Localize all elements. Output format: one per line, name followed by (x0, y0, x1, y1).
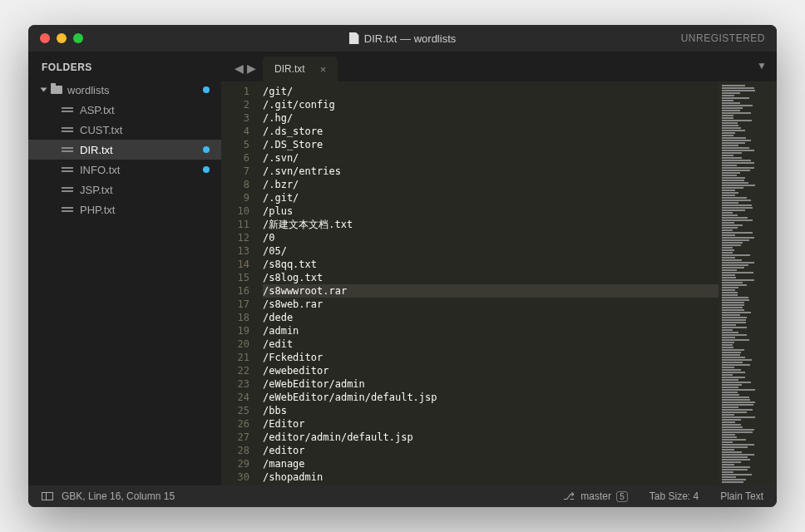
close-window-button[interactable] (40, 33, 50, 43)
code-line[interactable]: /edit (263, 337, 719, 351)
status-branch[interactable]: master 5 (563, 490, 628, 502)
minimap-line (722, 404, 753, 406)
code-line[interactable]: /eWebEditor/admin (263, 377, 719, 391)
minimap-line (722, 252, 733, 254)
sidebar-file-jsp-txt[interactable]: JSP.txt (28, 180, 221, 200)
code-line[interactable]: /.git/ (263, 191, 719, 204)
code-line[interactable]: /.git/config (263, 98, 719, 111)
minimap-line (722, 471, 733, 473)
minimize-window-button[interactable] (57, 33, 67, 43)
line-number: 3 (221, 111, 249, 125)
minimap-line (722, 374, 733, 376)
minimap-line (722, 292, 738, 293)
line-number: 26 (221, 417, 249, 431)
code-line[interactable]: /.svn/entries (263, 165, 719, 178)
minimap-line (722, 257, 735, 259)
code-line[interactable]: /0 (263, 231, 719, 244)
minimap-line (722, 347, 733, 348)
file-icon (62, 145, 73, 154)
minimap-line (722, 451, 742, 453)
status-encoding[interactable]: GBK, Line 16, Column 15 (62, 490, 175, 502)
sidebar-file-cust-txt[interactable]: CUST.txt (28, 120, 221, 140)
sidebar-file-info-txt[interactable]: INFO.txt (28, 160, 221, 180)
minimap-line (722, 312, 751, 313)
code-line[interactable]: /s8log.txt (263, 271, 719, 284)
code-area[interactable]: /git//.git/config/.hg//.ds_store/.DS_Sto… (263, 81, 719, 485)
sidebar-file-dir-txt[interactable]: DIR.txt (28, 140, 221, 160)
minimap-line (722, 434, 735, 436)
minimap-line (722, 382, 751, 383)
sidebar-file-asp-txt[interactable]: ASP.txt (28, 100, 221, 120)
minimap-line (722, 314, 740, 316)
tab-label: DIR.txt (274, 63, 305, 75)
code-line[interactable]: /eWebEditor/admin/default.jsp (263, 391, 719, 404)
status-syntax[interactable]: Plain Text (720, 490, 763, 502)
tab-next-icon[interactable]: ▶ (247, 62, 256, 75)
minimap-line (722, 160, 751, 161)
sidebar-file-php-txt[interactable]: PHP.txt (28, 200, 221, 219)
code-line[interactable]: /.hg/ (263, 111, 719, 125)
code-line[interactable]: /05/ (263, 244, 719, 258)
close-icon[interactable]: × (320, 63, 327, 76)
minimap[interactable] (719, 81, 777, 485)
code-line[interactable]: /Fckeditor (263, 351, 719, 364)
minimap-line (722, 364, 750, 366)
code-line[interactable]: /bbs (263, 404, 719, 417)
editor-area: ◀ ▶ DIR.txt × ▼ 123456789101112131415161… (221, 52, 777, 485)
code-line[interactable]: /dede (263, 311, 719, 324)
minimap-line (722, 461, 741, 463)
code-line[interactable]: /.svn/ (263, 151, 719, 165)
file-icon (62, 205, 73, 214)
file-label: DIR.txt (80, 144, 113, 156)
minimap-line (722, 377, 745, 378)
tab-dir-txt[interactable]: DIR.txt × (263, 57, 338, 81)
code-line[interactable]: /.ds_store (263, 125, 719, 138)
line-number: 18 (221, 311, 249, 324)
code-line[interactable]: /editor/admin/default.jsp (263, 431, 719, 444)
panel-icon[interactable] (42, 492, 53, 500)
code-line[interactable]: /admin (263, 324, 719, 337)
code-line[interactable]: /manage (263, 457, 719, 470)
line-number: 28 (221, 444, 249, 457)
status-right: master 5 Tab Size: 4 Plain Text (563, 490, 763, 502)
code-line[interactable]: /.bzr/ (263, 178, 719, 191)
status-tab-size[interactable]: Tab Size: 4 (649, 490, 699, 502)
sidebar-folder-wordlists[interactable]: wordlists (28, 80, 221, 100)
editor-content[interactable]: 1234567891011121314151617181920212223242… (221, 81, 777, 485)
minimap-line (722, 319, 746, 321)
minimap-line (722, 137, 746, 139)
code-line[interactable]: /plus (263, 204, 719, 218)
minimap-line (722, 449, 734, 451)
code-line[interactable]: /editor (263, 444, 719, 457)
minimap-line (722, 190, 735, 191)
maximize-window-button[interactable] (73, 33, 83, 43)
line-number: 2 (221, 98, 249, 111)
tab-overflow-icon[interactable]: ▼ (757, 60, 767, 71)
code-line[interactable]: /Editor (263, 417, 719, 431)
sidebar: FOLDERS wordlists ASP.txtCUST.txtDIR.txt… (28, 52, 221, 485)
code-line[interactable]: /s8wwwroot.rar (263, 284, 719, 298)
minimap-line (722, 322, 746, 323)
minimap-line (722, 85, 745, 86)
minimap-line (722, 394, 739, 396)
code-line[interactable]: /ewebeditor (263, 364, 719, 377)
minimap-line (722, 180, 744, 181)
line-number: 17 (221, 298, 249, 311)
code-line[interactable]: /s8web.rar (263, 298, 719, 311)
minimap-line (722, 209, 745, 211)
line-number: 16 (221, 284, 249, 298)
line-number: 23 (221, 377, 249, 391)
code-line[interactable]: /git/ (263, 85, 719, 98)
code-line[interactable]: /s8qq.txt (263, 258, 719, 271)
minimap-line (722, 165, 737, 166)
line-number: 9 (221, 191, 249, 204)
minimap-line (722, 476, 736, 478)
code-line[interactable]: /新建文本文档.txt (263, 218, 719, 231)
code-line[interactable]: /.DS_Store (263, 138, 719, 151)
code-line[interactable]: /shopadmin (263, 470, 719, 484)
minimap-line (722, 162, 754, 164)
minimap-line (722, 212, 733, 214)
minimap-line (722, 354, 740, 356)
minimap-line (722, 127, 741, 129)
tab-prev-icon[interactable]: ◀ (235, 62, 244, 75)
